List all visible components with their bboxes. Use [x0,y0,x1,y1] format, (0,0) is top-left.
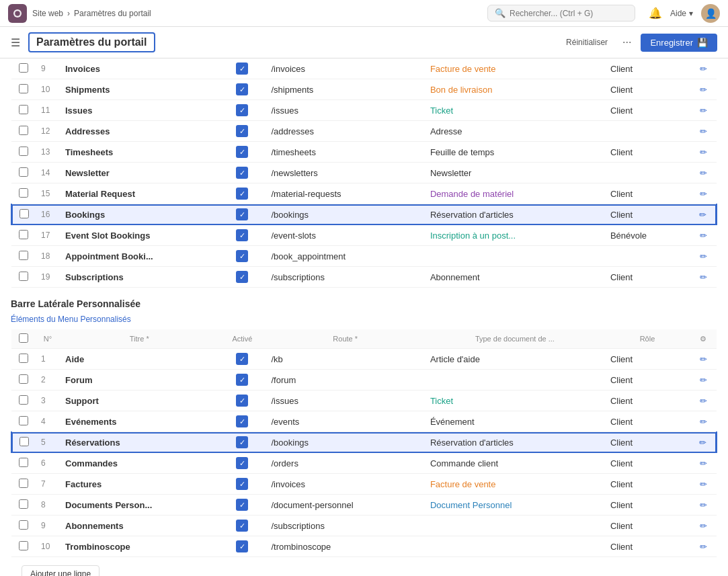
row-role: Bénévole [605,225,690,246]
edit-icon[interactable]: ✏ [700,85,707,95]
user-avatar[interactable]: 👤 [701,4,720,23]
sidebar-section-title: Barre Latérale Personnalisée [0,288,728,312]
table-row: 13 Timesheets ✓ /timesheets Feuille de t… [11,142,717,163]
row-title: Abonnements [60,516,218,536]
edit-icon[interactable]: ✏ [700,542,707,552]
sidebar-table-header: N° Titre * Activé Route * Type de docume… [11,329,717,349]
row-checkbox[interactable] [19,520,28,530]
row-checkbox[interactable] [19,458,28,467]
row-role: Client [605,453,690,474]
row-title: Subscriptions [60,267,218,288]
odoo-logo[interactable] [8,4,27,23]
row-checkbox[interactable] [19,272,28,281]
edit-icon[interactable]: ✏ [700,272,707,282]
row-checkbox[interactable] [19,251,28,260]
row-checkbox[interactable] [19,84,28,93]
top-navbar: Site web › Paramètres du portail 🔍 🔔 Aid… [0,0,728,27]
edit-icon[interactable]: ✏ [700,168,707,178]
save-icon: 💾 [697,38,708,48]
edit-icon[interactable]: ✏ [700,396,707,406]
sidebar-select-all[interactable] [19,333,28,343]
edit-icon[interactable]: ✏ [699,438,706,448]
row-num: 7 [36,474,60,495]
row-route: /invoices [266,58,424,79]
edit-icon[interactable]: ✏ [700,189,707,199]
row-checkbox[interactable] [19,105,28,114]
sidebar-toggle-icon[interactable]: ☰ [11,36,20,49]
sidebar-section-subtitle: Éléments du Menu Personnalisés [0,312,728,329]
table-row: 15 Material Request ✓ /material-requests… [11,183,717,204]
row-role [605,246,690,267]
edit-icon[interactable]: ✏ [699,210,706,220]
active-check-icon: ✓ [236,520,248,532]
edit-icon[interactable]: ✏ [700,231,707,241]
search-input[interactable] [510,9,617,18]
sidebar-table-wrapper: N° Titre * Activé Route * Type de docume… [0,329,728,576]
row-num: 4 [36,411,60,432]
row-checkbox[interactable] [19,395,28,405]
row-num: 15 [36,183,60,204]
edit-icon[interactable]: ✏ [700,417,707,427]
row-title: Event Slot Bookings [60,225,218,246]
edit-icon[interactable]: ✏ [700,126,707,136]
active-check-icon: ✓ [236,146,248,158]
save-label: Enregistrer [650,38,693,48]
row-doctype: Abonnement [425,267,605,288]
edit-icon[interactable]: ✏ [700,64,707,74]
sidebar-col-doctype: Type de document de ... [425,329,605,349]
row-checkbox[interactable] [19,374,28,384]
edit-icon[interactable]: ✏ [700,354,707,364]
search-bar[interactable]: 🔍 [487,5,635,22]
edit-icon[interactable]: ✏ [700,375,707,385]
edit-icon[interactable]: ✏ [700,500,707,510]
table-row: 4 Evénements ✓ /events Événement Client … [11,411,717,432]
row-checkbox[interactable] [19,479,28,488]
sidebar-col-route: Route * [266,329,424,349]
active-check-icon: ✓ [236,415,248,427]
row-checkbox[interactable] [19,541,28,550]
edit-icon[interactable]: ✏ [700,147,707,157]
row-num: 10 [36,79,60,100]
row-doctype: Ticket [425,390,605,411]
row-role [605,121,690,142]
edit-icon[interactable]: ✏ [700,106,707,116]
row-checkbox[interactable] [19,230,28,239]
table-row: 19 Subscriptions ✓ /subscriptions Abonne… [11,267,717,288]
row-checkbox[interactable] [19,167,28,177]
breadcrumb-site[interactable]: Site web [32,9,63,18]
reinitialize-button[interactable]: Réinitialiser [561,35,613,50]
row-checkbox[interactable] [19,63,28,73]
breadcrumb-portal[interactable]: Paramètres du portail [74,9,151,18]
row-num: 6 [36,453,60,474]
row-checkbox[interactable] [19,354,28,363]
row-checkbox[interactable] [19,209,29,218]
notifications-bell[interactable]: 🔔 [649,7,662,19]
edit-icon[interactable]: ✏ [700,458,707,468]
table-row: 11 Issues ✓ /issues Ticket Client ✏ [11,100,717,121]
row-checkbox[interactable] [19,147,28,156]
row-role: Client [605,370,690,390]
row-route: /newsletters [266,163,424,183]
row-checkbox[interactable] [19,416,28,425]
table-row: 16 Bookings ✓ /bookings Réservation d'ar… [11,204,717,225]
row-checkbox[interactable] [19,126,28,135]
row-doctype: Ticket [425,100,605,121]
table-row: 17 Event Slot Bookings ✓ /event-slots In… [11,225,717,246]
row-num: 17 [36,225,60,246]
main-content: 9 Invoices ✓ /invoices Facture de vente … [0,58,728,576]
more-options-button[interactable]: ··· [620,34,634,51]
row-checkbox[interactable] [19,188,28,198]
help-button[interactable]: Aide ▾ [670,9,693,18]
row-role: Client [605,411,690,432]
edit-icon[interactable]: ✏ [700,251,707,261]
edit-icon[interactable]: ✏ [700,521,707,531]
table-row: 5 Réservations ✓ /bookings Réservation d… [11,432,717,453]
row-doctype: Feuille de temps [425,142,605,163]
save-button[interactable]: Enregistrer 💾 [641,34,717,52]
row-role: Client [605,142,690,163]
edit-icon[interactable]: ✏ [700,479,707,489]
row-num: 8 [36,495,60,516]
row-checkbox[interactable] [19,437,29,446]
row-checkbox[interactable] [19,499,28,509]
add-line-button[interactable]: Ajouter une ligne [22,565,99,576]
